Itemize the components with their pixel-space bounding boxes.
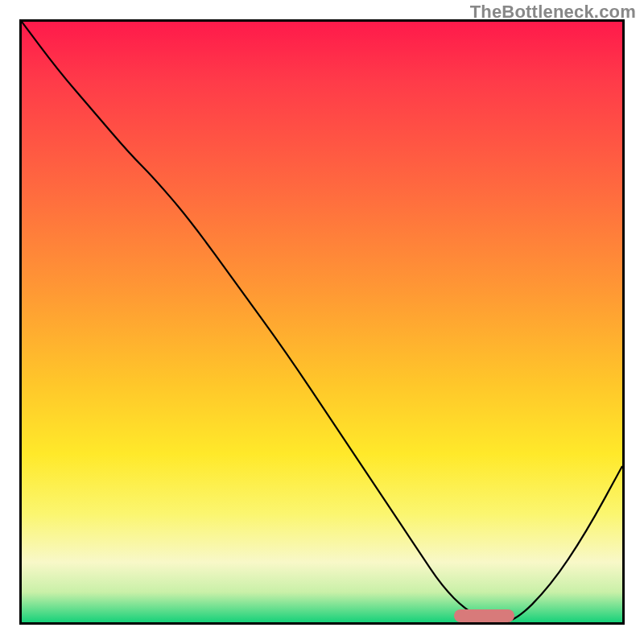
bottleneck-curve xyxy=(22,22,622,622)
optimal-range-marker xyxy=(454,609,514,622)
chart-stage: TheBottleneck.com xyxy=(0,0,644,644)
plot-frame xyxy=(19,19,625,625)
curve-path xyxy=(22,22,622,622)
